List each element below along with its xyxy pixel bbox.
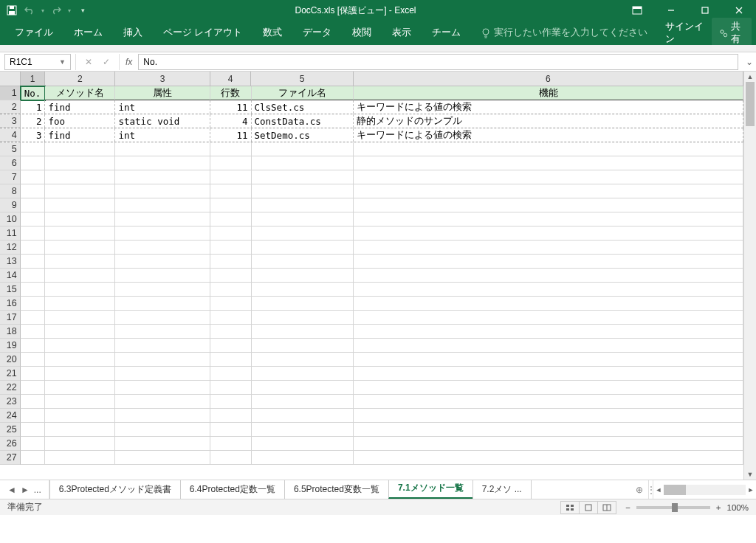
empty-cell[interactable]: [210, 437, 251, 451]
empty-cell[interactable]: [45, 325, 115, 339]
row-header[interactable]: 9: [0, 198, 21, 212]
empty-cell[interactable]: [45, 198, 115, 212]
empty-cell[interactable]: [45, 409, 115, 423]
cell-method[interactable]: foo: [45, 114, 115, 128]
empty-cell[interactable]: [45, 255, 115, 269]
cell-no[interactable]: 3: [21, 128, 46, 142]
col-header[interactable]: 1: [21, 72, 46, 86]
empty-cell[interactable]: [210, 226, 251, 241]
empty-cell[interactable]: [252, 437, 354, 451]
empty-cell[interactable]: [210, 198, 251, 212]
empty-cell[interactable]: [354, 184, 743, 198]
empty-cell[interactable]: [21, 423, 46, 437]
row-header[interactable]: 6: [0, 156, 21, 170]
row-header[interactable]: 27: [0, 451, 21, 465]
sheet-tab[interactable]: 7.2メソ ...: [472, 480, 532, 499]
sheet-next-icon[interactable]: ►: [21, 485, 30, 495]
row-header[interactable]: 7: [0, 170, 21, 184]
row-header[interactable]: 1: [0, 86, 21, 100]
empty-cell[interactable]: [252, 353, 354, 367]
empty-cell[interactable]: [21, 381, 46, 395]
empty-cell[interactable]: [45, 156, 115, 170]
empty-cell[interactable]: [210, 325, 251, 339]
scroll-up-icon[interactable]: ▲: [744, 72, 756, 82]
sheet-ellipsis[interactable]: ...: [34, 485, 41, 495]
header-cell-no[interactable]: No.: [21, 86, 46, 100]
empty-cell[interactable]: [45, 311, 115, 325]
row-header[interactable]: 20: [0, 353, 21, 367]
empty-cell[interactable]: [21, 198, 46, 212]
row-header[interactable]: 17: [0, 311, 21, 325]
row-header[interactable]: 4: [0, 128, 21, 142]
empty-cell[interactable]: [210, 156, 251, 170]
cell-lines[interactable]: 11: [210, 100, 251, 114]
header-cell-lines[interactable]: 行数: [210, 86, 251, 100]
empty-cell[interactable]: [252, 325, 354, 339]
empty-cell[interactable]: [252, 311, 354, 325]
empty-cell[interactable]: [354, 367, 743, 381]
empty-cell[interactable]: [45, 353, 115, 367]
sheet-tab[interactable]: 6.4Protected定数一覧: [180, 480, 285, 499]
empty-cell[interactable]: [252, 283, 354, 297]
empty-cell[interactable]: [21, 353, 46, 367]
cell-method[interactable]: find: [45, 100, 115, 114]
row-header[interactable]: 5: [0, 142, 21, 156]
row-header[interactable]: 18: [0, 325, 21, 339]
ribbon-display-options-icon[interactable]: [620, 0, 654, 21]
empty-cell[interactable]: [252, 226, 354, 241]
tab-view[interactable]: 表示: [382, 21, 422, 45]
empty-cell[interactable]: [115, 156, 210, 170]
empty-cell[interactable]: [354, 325, 743, 339]
zoom-thumb[interactable]: [672, 503, 678, 512]
tab-review[interactable]: 校閲: [342, 21, 382, 45]
empty-cell[interactable]: [252, 142, 354, 156]
row-header[interactable]: 22: [0, 381, 21, 395]
empty-cell[interactable]: [210, 423, 251, 437]
row-header[interactable]: 8: [0, 184, 21, 198]
tab-home[interactable]: ホーム: [63, 21, 113, 45]
empty-cell[interactable]: [354, 437, 743, 451]
page-layout-view-button[interactable]: [579, 501, 598, 514]
empty-cell[interactable]: [252, 395, 354, 409]
hscroll-thumb[interactable]: [664, 485, 686, 495]
empty-cell[interactable]: [354, 353, 743, 367]
cell-method[interactable]: find: [45, 128, 115, 142]
empty-cell[interactable]: [252, 409, 354, 423]
empty-cell[interactable]: [21, 311, 46, 325]
tab-data[interactable]: データ: [292, 21, 342, 45]
empty-cell[interactable]: [115, 367, 210, 381]
empty-cell[interactable]: [210, 297, 251, 311]
cell-func[interactable]: 静的メソッドのサンプル: [354, 114, 743, 128]
col-header[interactable]: 3: [115, 72, 210, 86]
empty-cell[interactable]: [354, 339, 743, 353]
empty-cell[interactable]: [115, 170, 210, 184]
formula-bar-expand-icon[interactable]: ⌄: [743, 57, 756, 67]
empty-cell[interactable]: [21, 395, 46, 409]
empty-cell[interactable]: [252, 212, 354, 226]
empty-cell[interactable]: [21, 339, 46, 353]
empty-cell[interactable]: [354, 423, 743, 437]
cell-no[interactable]: 2: [21, 114, 46, 128]
row-header[interactable]: 19: [0, 339, 21, 353]
tab-team[interactable]: チーム: [422, 21, 471, 45]
cell-attr[interactable]: int: [115, 100, 210, 114]
empty-cell[interactable]: [45, 423, 115, 437]
qat-customize-icon[interactable]: ▾: [77, 7, 85, 14]
empty-cell[interactable]: [21, 437, 46, 451]
signin-link[interactable]: サインイン: [658, 21, 712, 46]
empty-cell[interactable]: [252, 156, 354, 170]
cell-lines[interactable]: 4: [210, 114, 251, 128]
empty-cell[interactable]: [45, 170, 115, 184]
empty-cell[interactable]: [115, 409, 210, 423]
empty-cell[interactable]: [210, 339, 251, 353]
sheet-tab[interactable]: 6.3Protectedメソッド定義書: [49, 480, 181, 499]
empty-cell[interactable]: [45, 269, 115, 283]
select-all-corner[interactable]: [0, 72, 21, 86]
zoom-slider[interactable]: [636, 506, 710, 509]
row-header[interactable]: 16: [0, 297, 21, 311]
col-header[interactable]: 6: [354, 72, 743, 86]
empty-cell[interactable]: [354, 283, 743, 297]
empty-cell[interactable]: [354, 311, 743, 325]
cell-attr[interactable]: int: [115, 128, 210, 142]
empty-cell[interactable]: [115, 395, 210, 409]
